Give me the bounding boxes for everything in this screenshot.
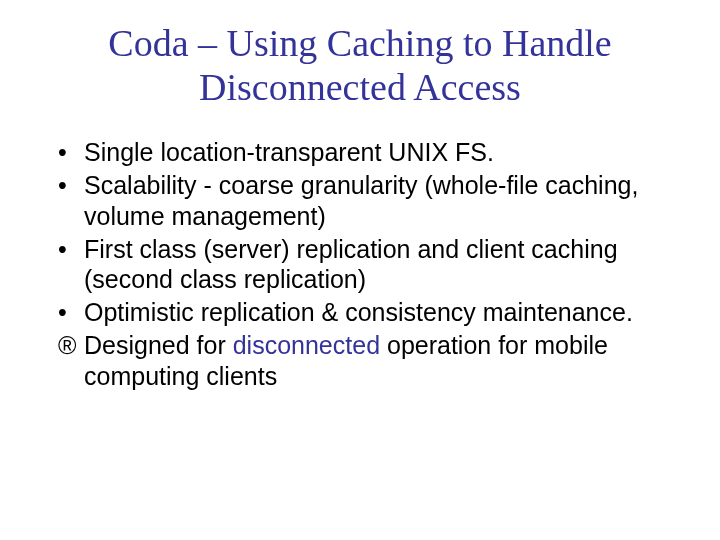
bullet-mark: • <box>58 234 84 296</box>
bullet-item: • Single location-transparent UNIX FS. <box>40 137 680 168</box>
bullet-text: Designed for disconnected operation for … <box>84 330 680 392</box>
bullet-text: First class (server) replication and cli… <box>84 234 680 296</box>
highlight-text: disconnected <box>233 331 380 359</box>
bullet-mark: • <box>58 170 84 232</box>
bullet-text: Optimistic replication & consistency mai… <box>84 297 680 328</box>
text-pre: Designed for <box>84 331 233 359</box>
bullet-mark: • <box>58 297 84 328</box>
arrow-icon: ® <box>58 330 84 392</box>
bullet-mark: • <box>58 137 84 168</box>
bullet-item: ® Designed for disconnected operation fo… <box>40 330 680 392</box>
bullet-item: • Scalability - coarse granularity (whol… <box>40 170 680 232</box>
slide: Coda – Using Caching to Handle Disconnec… <box>0 0 720 540</box>
slide-body: • Single location-transparent UNIX FS. •… <box>40 137 680 391</box>
bullet-text: Single location-transparent UNIX FS. <box>84 137 680 168</box>
bullet-item: • First class (server) replication and c… <box>40 234 680 296</box>
bullet-text: Scalability - coarse granularity (whole-… <box>84 170 680 232</box>
slide-title: Coda – Using Caching to Handle Disconnec… <box>40 22 680 109</box>
bullet-item: • Optimistic replication & consistency m… <box>40 297 680 328</box>
